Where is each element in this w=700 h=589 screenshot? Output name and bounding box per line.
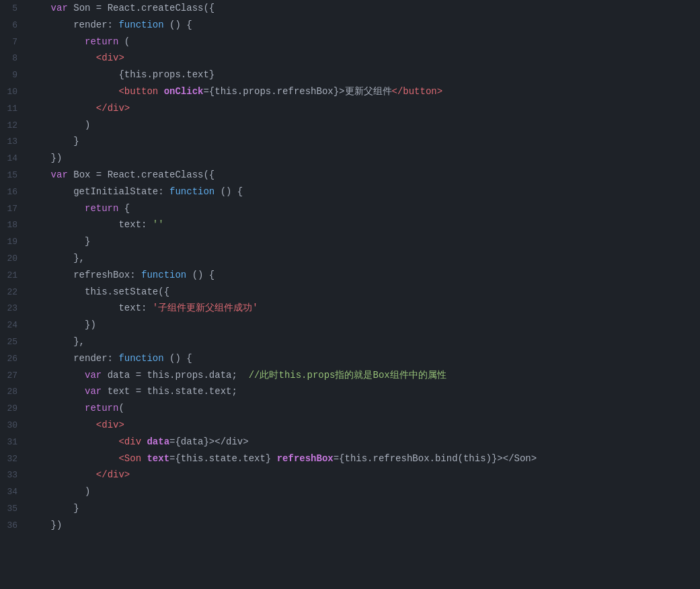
token: ={data}></div>	[169, 436, 249, 447]
token: return	[85, 203, 118, 214]
code-line: 18 text: ''	[0, 217, 700, 233]
line-content: </div>	[28, 101, 700, 116]
token: (	[118, 403, 124, 414]
token	[28, 469, 96, 480]
line-content: },	[28, 251, 700, 266]
line-number: 33	[0, 469, 28, 483]
token	[28, 36, 85, 47]
token: {this.props.text}	[118, 69, 215, 80]
token: //此时this.props指的就是Box组件中的属性	[249, 370, 446, 381]
token: <div>	[96, 52, 124, 63]
token: )	[28, 120, 90, 130]
line-content: })	[28, 151, 700, 165]
token: return	[85, 403, 118, 414]
line-content: }	[28, 501, 700, 516]
line-content: )	[28, 118, 700, 132]
line-content: return {	[28, 201, 700, 216]
code-line: 10 <button onClick={this.props.refreshBo…	[0, 83, 700, 100]
token: text = this.state.text;	[102, 386, 237, 397]
token: }	[28, 503, 79, 514]
code-line: 20 },	[0, 250, 700, 267]
token: text:	[28, 303, 153, 313]
code-line: 26 render: function () {	[0, 350, 700, 367]
token: function	[118, 353, 163, 364]
token: ={this.state.text}	[169, 453, 277, 464]
code-line: 17 return {	[0, 200, 700, 217]
token: ={this.props.refreshBox}>	[203, 86, 344, 97]
line-number: 30	[0, 419, 28, 433]
token	[28, 3, 51, 13]
line-number: 17	[0, 202, 28, 217]
code-line: 31 <div data={data}></div>	[0, 434, 700, 450]
token: },	[28, 253, 85, 264]
line-content: <button onClick={this.props.refreshBox}>…	[28, 84, 700, 99]
line-content: }	[28, 134, 700, 149]
token	[28, 436, 118, 447]
token: render:	[28, 19, 118, 30]
line-number: 31	[0, 436, 28, 450]
token: )	[28, 486, 90, 497]
token: })	[28, 520, 62, 531]
line-content: }	[28, 234, 700, 249]
token: Son = React.createClass({	[68, 3, 215, 13]
code-editor: 5 var Son = React.createClass({6 render:…	[0, 0, 700, 534]
token: data = this.props.data;	[102, 370, 248, 381]
line-number: 6	[0, 19, 28, 33]
token: <div>	[96, 420, 124, 430]
token: text:	[28, 219, 153, 230]
line-content: })	[28, 518, 700, 533]
line-number: 11	[0, 102, 28, 116]
line-content: },	[28, 334, 700, 349]
token	[28, 86, 118, 97]
token: var	[51, 3, 68, 13]
token: () {	[164, 353, 192, 364]
line-content: render: function () {	[28, 17, 700, 32]
token: () {	[215, 186, 243, 197]
code-line: 34 )	[0, 483, 700, 500]
token: <div	[118, 436, 147, 447]
line-content: return (	[28, 34, 700, 49]
line-content: <div>	[28, 50, 700, 65]
line-number: 26	[0, 352, 28, 366]
line-number: 27	[0, 369, 28, 383]
code-line: 21 refreshBox: function () {	[0, 267, 700, 284]
token	[28, 453, 118, 464]
token: }	[28, 136, 79, 147]
token: Box = React.createClass({	[68, 169, 215, 180]
code-line: 11 </div>	[0, 100, 700, 117]
token: text	[147, 453, 169, 464]
token	[28, 203, 85, 214]
code-line: 5 var Son = React.createClass({	[0, 0, 700, 17]
code-line: 27 var data = this.props.data; //此时this.…	[0, 367, 700, 384]
token: <button	[118, 86, 163, 97]
code-line: 25 },	[0, 333, 700, 350]
line-number: 19	[0, 235, 28, 249]
code-line: 6 render: function () {	[0, 17, 700, 34]
line-number: 13	[0, 135, 28, 149]
token: refreshBox:	[28, 270, 141, 280]
line-number: 18	[0, 219, 28, 233]
line-number: 5	[0, 2, 28, 16]
code-line: 23 text: '子组件更新父组件成功'	[0, 300, 700, 317]
line-number: 14	[0, 152, 28, 166]
line-content: )	[28, 484, 700, 499]
line-number: 21	[0, 269, 28, 283]
token	[28, 52, 96, 63]
code-line: 32 <Son text={this.state.text} refreshBo…	[0, 450, 700, 467]
line-content: this.setState({	[28, 284, 700, 299]
token: return	[85, 36, 118, 47]
token	[28, 403, 85, 414]
code-line: 8 <div>	[0, 50, 700, 67]
token: render:	[28, 353, 118, 364]
token: function	[141, 270, 186, 280]
code-line: 13 }	[0, 133, 700, 150]
token	[28, 370, 85, 381]
token: this.setState({	[28, 286, 169, 297]
token: var	[51, 169, 68, 180]
code-line: 7 return (	[0, 34, 700, 50]
code-line: 35 }	[0, 500, 700, 517]
token: () {	[164, 19, 192, 30]
code-line: 19 }	[0, 233, 700, 250]
code-line: 30 <div>	[0, 417, 700, 434]
line-content: var Box = React.createClass({	[28, 167, 700, 182]
